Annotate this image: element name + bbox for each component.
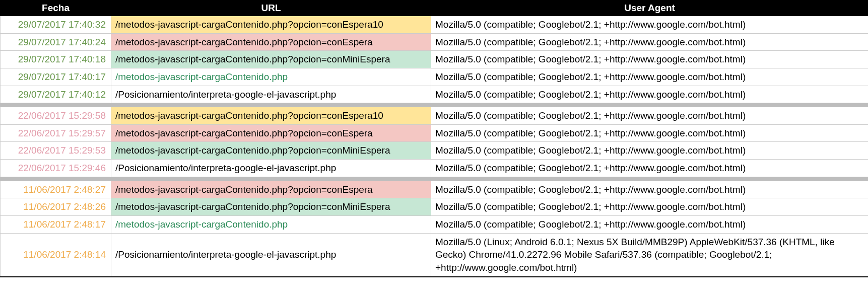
table-row: 29/07/2017 17:40:17/metodos-javascript-c… xyxy=(1,68,869,86)
table-header-row: Fecha URL User Agent xyxy=(1,1,869,16)
cell-user-agent: Mozilla/5.0 (compatible; Googlebot/2.1; … xyxy=(431,33,869,51)
cell-url: /metodos-javascript-cargaContenido.php?o… xyxy=(111,142,431,160)
cell-user-agent: Mozilla/5.0 (compatible; Googlebot/2.1; … xyxy=(431,86,869,103)
separator-cell xyxy=(1,177,869,181)
table-row: 11/06/2017 2:48:14/Posicionamiento/inter… xyxy=(1,233,869,276)
table-row: 22/06/2017 15:29:53/metodos-javascript-c… xyxy=(1,142,869,160)
table-row: 29/07/2017 17:40:12/Posicionamiento/inte… xyxy=(1,86,869,103)
cell-url: /metodos-javascript-cargaContenido.php?o… xyxy=(111,124,431,142)
table-row: 29/07/2017 17:40:32/metodos-javascript-c… xyxy=(1,16,869,34)
separator-row xyxy=(1,103,869,107)
table-row: 29/07/2017 17:40:24/metodos-javascript-c… xyxy=(1,33,869,51)
cell-fecha: 11/06/2017 2:48:27 xyxy=(1,181,111,198)
header-ua: User Agent xyxy=(431,1,869,16)
cell-user-agent: Mozilla/5.0 (compatible; Googlebot/2.1; … xyxy=(431,216,869,234)
cell-url: /metodos-javascript-cargaContenido.php?o… xyxy=(111,198,431,216)
table-row: 22/06/2017 15:29:57/metodos-javascript-c… xyxy=(1,124,869,142)
cell-fecha: 11/06/2017 2:48:17 xyxy=(1,216,111,234)
cell-url: /Posicionamiento/interpreta-google-el-ja… xyxy=(111,233,431,276)
cell-fecha: 22/06/2017 15:29:46 xyxy=(1,160,111,177)
cell-fecha: 22/06/2017 15:29:53 xyxy=(1,142,111,160)
cell-url: /metodos-javascript-cargaContenido.php?o… xyxy=(111,16,431,34)
cell-user-agent: Mozilla/5.0 (Linux; Android 6.0.1; Nexus… xyxy=(431,233,869,276)
cell-fecha: 29/07/2017 17:40:17 xyxy=(1,68,111,86)
separator-row xyxy=(1,177,869,181)
cell-fecha: 11/06/2017 2:48:14 xyxy=(1,233,111,276)
table-row: 22/06/2017 15:29:58/metodos-javascript-c… xyxy=(1,107,869,125)
cell-user-agent: Mozilla/5.0 (compatible; Googlebot/2.1; … xyxy=(431,51,869,68)
separator-cell xyxy=(1,103,869,107)
header-url: URL xyxy=(111,1,431,16)
table-row: 11/06/2017 2:48:27/metodos-javascript-ca… xyxy=(1,181,869,198)
cell-fecha: 29/07/2017 17:40:12 xyxy=(1,86,111,103)
table-row: 11/06/2017 2:48:26/metodos-javascript-ca… xyxy=(1,198,869,216)
cell-url: /Posicionamiento/interpreta-google-el-ja… xyxy=(111,86,431,103)
cell-url: /metodos-javascript-cargaContenido.php xyxy=(111,68,431,86)
cell-fecha: 22/06/2017 15:29:57 xyxy=(1,124,111,142)
cell-user-agent: Mozilla/5.0 (compatible; Googlebot/2.1; … xyxy=(431,124,869,142)
table-row: 11/06/2017 2:48:17/metodos-javascript-ca… xyxy=(1,216,869,234)
cell-url: /Posicionamiento/interpreta-google-el-ja… xyxy=(111,160,431,177)
cell-user-agent: Mozilla/5.0 (compatible; Googlebot/2.1; … xyxy=(431,198,869,216)
cell-url: /metodos-javascript-cargaContenido.php?o… xyxy=(111,33,431,51)
table-row: 22/06/2017 15:29:46/Posicionamiento/inte… xyxy=(1,160,869,177)
cell-url: /metodos-javascript-cargaContenido.php?o… xyxy=(111,51,431,68)
cell-user-agent: Mozilla/5.0 (compatible; Googlebot/2.1; … xyxy=(431,16,869,34)
cell-fecha: 11/06/2017 2:48:26 xyxy=(1,198,111,216)
header-fecha: Fecha xyxy=(1,1,111,16)
cell-user-agent: Mozilla/5.0 (compatible; Googlebot/2.1; … xyxy=(431,107,869,125)
cell-user-agent: Mozilla/5.0 (compatible; Googlebot/2.1; … xyxy=(431,68,869,86)
cell-user-agent: Mozilla/5.0 (compatible; Googlebot/2.1; … xyxy=(431,160,869,177)
cell-url: /metodos-javascript-cargaContenido.php?o… xyxy=(111,107,431,125)
cell-fecha: 29/07/2017 17:40:18 xyxy=(1,51,111,68)
table-row: 29/07/2017 17:40:18/metodos-javascript-c… xyxy=(1,51,869,68)
log-table: Fecha URL User Agent 29/07/2017 17:40:32… xyxy=(0,0,868,277)
cell-user-agent: Mozilla/5.0 (compatible; Googlebot/2.1; … xyxy=(431,142,869,160)
cell-url: /metodos-javascript-cargaContenido.php?o… xyxy=(111,181,431,198)
cell-url: /metodos-javascript-cargaContenido.php xyxy=(111,216,431,234)
table-body: 29/07/2017 17:40:32/metodos-javascript-c… xyxy=(1,16,869,277)
cell-fecha: 22/06/2017 15:29:58 xyxy=(1,107,111,125)
cell-fecha: 29/07/2017 17:40:32 xyxy=(1,16,111,34)
cell-fecha: 29/07/2017 17:40:24 xyxy=(1,33,111,51)
cell-user-agent: Mozilla/5.0 (compatible; Googlebot/2.1; … xyxy=(431,181,869,198)
